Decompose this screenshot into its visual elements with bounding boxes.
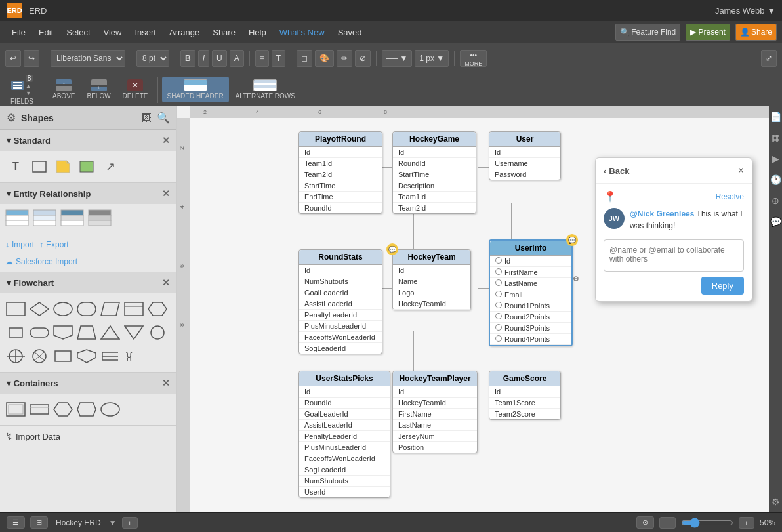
menu-edit[interactable]: Edit xyxy=(32,21,60,43)
fc-shield[interactable] xyxy=(76,346,97,367)
fc-diamond[interactable] xyxy=(29,298,50,319)
fc-data[interactable] xyxy=(123,298,144,319)
text-shape[interactable]: T xyxy=(5,156,26,177)
fc-oval[interactable] xyxy=(52,298,73,319)
fc-rect[interactable] xyxy=(5,298,26,319)
colored-rect-shape[interactable] xyxy=(76,156,97,177)
diagram-area[interactable]: PlayoffRound Id Team1Id Team2Id StartTim… xyxy=(190,118,769,512)
font-size-select[interactable]: 8 pt xyxy=(136,50,169,67)
more-btn[interactable]: ••• MORE xyxy=(460,50,487,67)
standard-header[interactable]: ▾ Standard ✕ xyxy=(0,130,176,151)
menu-file[interactable]: File xyxy=(5,21,32,43)
er-close[interactable]: ✕ xyxy=(162,188,170,199)
fc-double-brace[interactable]: }{ xyxy=(123,346,144,367)
zoom-out-btn[interactable]: − xyxy=(659,517,675,529)
cont-4[interactable] xyxy=(76,399,97,420)
menu-whats-new[interactable]: What's New xyxy=(273,21,331,43)
hockey-game-table[interactable]: HockeyGame Id RoundId StartTime Descript… xyxy=(392,131,476,214)
font-color-btn[interactable]: A xyxy=(230,50,244,67)
game-score-table[interactable]: GameScore Id Team1Score Team2Score xyxy=(489,371,561,420)
menu-select[interactable]: Select xyxy=(60,21,96,43)
export-btn[interactable]: ↑Export xyxy=(39,240,69,249)
comment-input[interactable] xyxy=(609,245,738,264)
er-shape-4[interactable] xyxy=(88,209,112,230)
containers-header[interactable]: ▾ Containers ✕ xyxy=(0,373,176,394)
fc-circle[interactable] xyxy=(147,322,168,343)
menu-arrange[interactable]: Arrange xyxy=(163,21,206,43)
fc-inv-triangle[interactable] xyxy=(123,322,144,343)
fc-pentagon[interactable] xyxy=(52,322,73,343)
playoff-round-table[interactable]: PlayoffRound Id Team1Id Team2Id StartTim… xyxy=(298,131,382,214)
present-btn[interactable]: ▶ Present xyxy=(686,24,730,41)
delete-field-btn[interactable]: ✕ DELETE xyxy=(117,77,154,102)
center-diagram-btn[interactable]: ⊙ xyxy=(636,516,654,529)
undo-btn[interactable]: ↩ xyxy=(5,50,21,67)
below-btn[interactable]: ↓ BELOW xyxy=(81,77,115,102)
cont-5[interactable] xyxy=(100,399,121,420)
fc-parallelogram[interactable] xyxy=(100,298,121,319)
hockey-team-table[interactable]: HockeyTeam Id Name Logo HockeyTeamId 💬 xyxy=(392,249,471,310)
fc-x-circle[interactable] xyxy=(29,346,50,367)
shaded-header-btn[interactable]: SHADED HEADER xyxy=(162,77,229,102)
italic-btn[interactable]: I xyxy=(198,50,209,67)
fc-cross[interactable] xyxy=(5,346,26,367)
arrow-shape[interactable]: ↗ xyxy=(100,156,121,177)
er-shape-1[interactable] xyxy=(5,209,29,230)
standard-close[interactable]: ✕ xyxy=(162,135,170,146)
add-page-btn[interactable]: + xyxy=(122,517,138,529)
zoom-slider[interactable] xyxy=(681,518,733,528)
fullscreen-btn[interactable]: ⤢ xyxy=(761,50,777,67)
comment-close-btn[interactable]: × xyxy=(738,165,744,176)
align-left-btn[interactable]: ≡ xyxy=(255,50,269,67)
menu-saved[interactable]: Saved xyxy=(331,21,369,43)
hockey-team-player-table[interactable]: HockeyTeamPlayer Id HockeyTeamId FirstNa… xyxy=(392,371,478,453)
share-btn[interactable]: 👤 Share xyxy=(735,24,777,41)
cont-1[interactable] xyxy=(5,399,26,420)
above-btn[interactable]: ↑ ABOVE xyxy=(47,77,80,102)
menu-share[interactable]: Share xyxy=(206,21,242,43)
bold-btn[interactable]: B xyxy=(180,50,196,67)
fields-btn[interactable]: 8 ▲ ▼ FIELDS xyxy=(5,72,39,108)
rect-shape[interactable] xyxy=(29,156,50,177)
fc-rect-sm[interactable] xyxy=(52,346,73,367)
redo-btn[interactable]: ↪ xyxy=(24,50,39,67)
feature-find-btn[interactable]: 🔍 Feature Find xyxy=(615,24,680,41)
er-shape-2[interactable] xyxy=(33,209,56,230)
import-data-btn[interactable]: ↯ Import Data xyxy=(0,425,176,447)
paint-btn[interactable]: 🎨 xyxy=(315,50,334,67)
font-select[interactable]: Liberation Sans xyxy=(51,50,125,67)
comment-back-btn[interactable]: ‹ Back xyxy=(604,166,738,176)
er-shape-3[interactable] xyxy=(60,209,84,230)
fc-rounded[interactable] xyxy=(76,298,97,319)
panel-btn-5[interactable]: ⊕ xyxy=(769,193,782,209)
panel-btn-1[interactable]: 📄 xyxy=(768,109,783,125)
flowchart-close[interactable]: ✕ xyxy=(162,277,170,288)
user-table[interactable]: User Id Username Password xyxy=(489,131,561,180)
cont-3[interactable] xyxy=(52,399,73,420)
er-header[interactable]: ▾ Entity Relationship ✕ xyxy=(0,183,176,204)
comment-input-area[interactable] xyxy=(604,239,744,272)
fc-trapezoid[interactable] xyxy=(76,322,97,343)
reply-btn[interactable]: Reply xyxy=(701,277,744,295)
line-width-btn[interactable]: 1 px ▼ xyxy=(415,50,449,67)
fc-triangle[interactable] xyxy=(100,322,121,343)
fc-hexagon[interactable] xyxy=(147,298,168,319)
underline-btn[interactable]: U xyxy=(212,50,227,67)
flowchart-header[interactable]: ▾ Flowchart ✕ xyxy=(0,272,176,293)
alternate-rows-btn[interactable]: ALTERNATE ROWS xyxy=(230,77,300,102)
panel-btn-4[interactable]: 🕐 xyxy=(768,172,783,188)
menu-insert[interactable]: Insert xyxy=(128,21,163,43)
fc-list[interactable] xyxy=(100,346,121,367)
user-stats-picks-table[interactable]: UserStatsPicks Id RoundId GoalLeaderId A… xyxy=(298,371,390,498)
grid-view-btn[interactable]: ⊞ xyxy=(30,516,48,529)
note-shape[interactable] xyxy=(52,156,73,177)
panel-btn-7[interactable]: ⚙ xyxy=(769,494,783,510)
image-icon[interactable]: 🖼 xyxy=(141,112,152,124)
containers-close[interactable]: ✕ xyxy=(162,378,170,388)
fc-small-rect[interactable] xyxy=(5,322,26,343)
panel-btn-2[interactable]: ▦ xyxy=(769,130,783,146)
canvas[interactable]: 2 4 6 8 2 4 6 8 xyxy=(177,106,769,512)
strike-btn[interactable]: T xyxy=(272,50,285,67)
panel-btn-6[interactable]: 💬 xyxy=(768,214,783,230)
zoom-in-btn[interactable]: + xyxy=(739,517,754,529)
